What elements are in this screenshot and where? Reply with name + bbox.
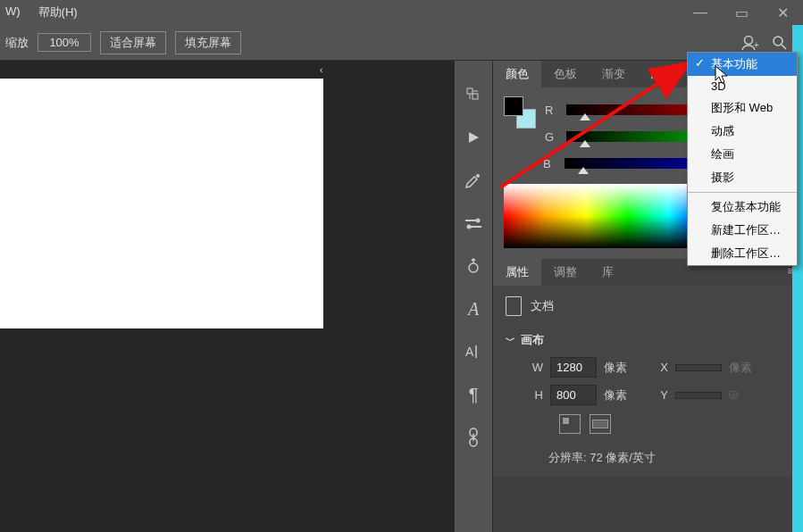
workspace-reset[interactable]: 复位基本功能 [688,195,797,219]
canvas-area[interactable]: ‹‹ [0,61,454,532]
orientation-portrait-icon[interactable] [559,414,581,434]
workspace-new[interactable]: 新建工作区… [688,219,797,242]
x-unit: 像素 [729,360,752,376]
workspace-photography[interactable]: 摄影 [688,166,797,189]
width-input[interactable]: 1280 [550,357,597,378]
window-close[interactable]: ✕ [762,0,803,25]
paragraph-icon[interactable]: ¶ [463,384,484,405]
r-label: R [545,104,559,117]
play-icon[interactable] [463,127,484,148]
height-input[interactable]: 800 [550,385,597,405]
zoom-value-input[interactable]: 100% [38,33,91,52]
width-label: W [529,361,543,374]
y-input [675,392,722,399]
canvas-section-label: 画布 [521,332,544,348]
document-icon [506,296,522,316]
search-icon[interactable] [771,34,789,52]
svg-text:A: A [465,345,474,359]
zoom-label: 缩放 [5,35,29,51]
workspace-graphics-web[interactable]: 图形和 Web [688,96,797,120]
orientation-landscape-icon[interactable] [590,414,611,434]
y-label: Y [654,388,668,402]
brush-icon[interactable] [463,170,484,191]
chevron-down-icon: ﹀ [506,334,515,347]
workspace-delete[interactable]: 删除工作区… [688,242,797,265]
height-label: H [529,388,543,402]
width-unit: 像素 [604,360,627,376]
window-minimize[interactable]: — [680,0,721,25]
workspace-essentials[interactable]: 基本功能 [688,53,797,76]
svg-line-3 [782,45,786,49]
svg-point-11 [469,263,478,272]
resolution-value: 72 像素/英寸 [590,451,656,464]
b-label: B [543,157,557,170]
foreground-color-swatch[interactable] [504,96,523,116]
workspace-motion[interactable]: 动感 [688,120,797,143]
align-icon[interactable]: A [463,341,484,362]
tab-libraries[interactable]: 库 [590,259,626,286]
height-unit: 像素 [604,387,627,403]
svg-text:+: + [754,40,758,50]
workspace-painting[interactable]: 绘画 [688,143,797,166]
brush-settings-icon[interactable] [463,212,484,234]
workspace-3d[interactable]: 3D [688,76,797,96]
g-label: G [545,130,559,144]
tab-pattern[interactable]: 图 [638,61,674,87]
svg-point-2 [774,37,782,46]
svg-point-10 [467,225,472,229]
tab-gradient[interactable]: 渐变 [590,61,638,87]
svg-rect-4 [467,88,473,94]
x-label: X [654,361,668,374]
canvas-section-header[interactable]: ﹀ 画布 [506,332,790,348]
tab-color[interactable]: 颜色 [493,61,541,87]
character-icon[interactable]: A [463,298,484,320]
document-type-label: 文档 [531,298,554,314]
collapsed-tool-column: A A ¶ [454,61,493,532]
workspace-dropdown: 基本功能 3D 图形和 Web 动感 绘画 摄影 复位基本功能 新建工作区… 删… [687,52,798,266]
user-icon[interactable]: + [740,34,758,52]
clone-source-icon[interactable] [463,255,484,277]
dropdown-separator [688,192,797,193]
link-icon[interactable] [463,427,484,448]
tab-properties[interactable]: 属性 [493,259,541,286]
tab-swatches[interactable]: 色板 [541,61,590,87]
resolution-label: 分辨率: [548,451,587,464]
tab-adjustments[interactable]: 调整 [541,259,590,286]
y-extra-icon: ⦾ [729,388,738,403]
menu-help[interactable]: 帮助(H) [38,4,78,21]
menu-window-suffix[interactable]: W) [5,4,21,21]
fill-screen-button[interactable]: 填充屏幕 [175,31,241,54]
svg-point-8 [476,219,481,223]
svg-point-0 [745,36,753,44]
fit-screen-button[interactable]: 适合屏幕 [100,31,166,54]
foreground-background-swatch[interactable] [504,96,536,129]
history-icon[interactable] [463,84,484,105]
svg-rect-5 [473,94,478,99]
x-input [675,364,722,371]
document-canvas[interactable] [0,79,323,328]
window-maximize[interactable]: ▭ [721,0,762,25]
svg-point-6 [476,174,480,178]
